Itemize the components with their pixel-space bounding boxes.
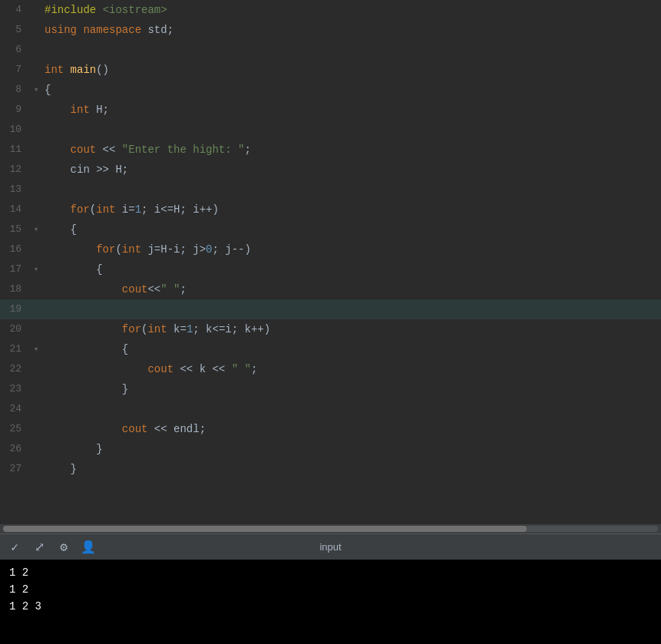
token: { <box>45 84 51 96</box>
person-icon[interactable]: 👤 <box>80 539 97 556</box>
line-number: 15 <box>0 220 31 239</box>
line-number: 12 <box>0 160 31 180</box>
token: int <box>147 323 174 335</box>
token: using <box>45 24 83 36</box>
code-line: { <box>41 259 661 279</box>
line-number: 14 <box>0 200 31 220</box>
token: ; <box>244 144 250 156</box>
line-number: 11 <box>0 140 31 160</box>
token: cout <box>147 363 174 375</box>
token: int <box>122 243 148 256</box>
fold-gutter[interactable] <box>31 0 41 20</box>
line-number: 26 <box>0 439 31 459</box>
token: { <box>45 223 77 236</box>
line-number: 25 <box>0 419 31 439</box>
token: main <box>71 64 97 76</box>
token: int <box>45 104 96 116</box>
code-table: 4#include <iostream>5using namespace std… <box>0 0 661 479</box>
token <box>45 423 122 435</box>
code-line <box>41 299 661 319</box>
token: std; <box>147 24 174 36</box>
token: #include <box>45 4 103 16</box>
fold-gutter[interactable] <box>31 379 41 399</box>
code-line: cout<<" "; <box>41 279 661 299</box>
settings-icon[interactable]: ⚙ <box>55 539 72 556</box>
token: << endl; <box>147 423 206 435</box>
token: ; j--) <box>212 243 250 256</box>
tab-label: input <box>319 541 341 553</box>
fold-gutter[interactable]: ▾ <box>31 220 41 239</box>
code-line: for(int j=H-i; j>0; j--) <box>41 239 661 259</box>
token: cout <box>122 423 148 435</box>
fold-gutter[interactable] <box>31 100 41 120</box>
fold-gutter[interactable] <box>31 120 41 140</box>
fold-gutter[interactable] <box>31 239 41 259</box>
token: ( <box>115 243 121 256</box>
code-area[interactable]: 4#include <iostream>5using namespace std… <box>0 0 661 524</box>
code-editor: 4#include <iostream>5using namespace std… <box>0 0 661 533</box>
scrollbar-track[interactable] <box>3 526 658 532</box>
fold-gutter[interactable] <box>31 299 41 319</box>
token <box>45 243 96 256</box>
code-line <box>41 40 661 60</box>
fold-gutter[interactable] <box>31 160 41 180</box>
line-number: 8 <box>0 80 31 100</box>
code-line: using namespace std; <box>41 20 661 40</box>
scrollbar-thumb[interactable] <box>3 526 527 532</box>
fold-gutter[interactable] <box>31 459 41 479</box>
expand-icon[interactable]: ⤢ <box>31 539 48 556</box>
fold-gutter[interactable] <box>31 60 41 80</box>
code-line: } <box>41 379 661 399</box>
fold-gutter[interactable] <box>31 180 41 200</box>
token: } <box>45 383 128 395</box>
line-number: 10 <box>0 120 31 140</box>
token: ; <box>251 363 257 375</box>
token <box>45 323 122 335</box>
token: { <box>45 263 103 276</box>
token: { <box>45 343 128 355</box>
token: << <box>147 283 160 296</box>
line-number: 23 <box>0 379 31 399</box>
code-line: cout << "Enter the hight: "; <box>41 140 661 160</box>
fold-gutter[interactable] <box>31 40 41 60</box>
fold-gutter[interactable] <box>31 140 41 160</box>
code-line: for(int i=1; i<=H; i++) <box>41 200 661 220</box>
token: H; <box>96 104 109 116</box>
token: cin >> H; <box>45 163 128 176</box>
horizontal-scrollbar[interactable] <box>0 524 661 533</box>
code-line: int H; <box>41 100 661 120</box>
console-output: 1 21 21 2 3 <box>0 560 661 644</box>
fold-gutter[interactable]: ▾ <box>31 259 41 279</box>
token: } <box>45 463 77 475</box>
line-number: 6 <box>0 40 31 60</box>
token: <iostream> <box>103 4 167 16</box>
token: ; i<=H; i++) <box>141 203 219 216</box>
token: " " <box>232 363 251 375</box>
check-icon[interactable]: ✓ <box>6 539 23 556</box>
fold-gutter[interactable]: ▾ <box>31 80 41 100</box>
token: ( <box>90 203 96 216</box>
token: () <box>96 64 109 76</box>
code-line: cin >> H; <box>41 160 661 180</box>
fold-gutter[interactable] <box>31 319 41 339</box>
console-line: 1 2 <box>9 564 652 581</box>
toolbar: ✓ ⤢ ⚙ 👤 input <box>0 533 661 560</box>
token: int <box>96 203 122 216</box>
fold-gutter[interactable] <box>31 359 41 379</box>
fold-gutter[interactable] <box>31 200 41 220</box>
token <box>45 203 71 216</box>
fold-gutter[interactable] <box>31 20 41 40</box>
token: " " <box>160 283 180 296</box>
fold-gutter[interactable]: ▾ <box>31 339 41 359</box>
token: j=H-i; j> <box>147 243 206 256</box>
token: cout <box>122 283 148 296</box>
token <box>45 363 147 375</box>
fold-gutter[interactable] <box>31 419 41 439</box>
code-line: cout << endl; <box>41 419 661 439</box>
fold-gutter[interactable] <box>31 399 41 419</box>
fold-gutter[interactable] <box>31 279 41 299</box>
code-line: } <box>41 459 661 479</box>
code-line <box>41 399 661 419</box>
token: for <box>122 323 141 335</box>
fold-gutter[interactable] <box>31 439 41 459</box>
